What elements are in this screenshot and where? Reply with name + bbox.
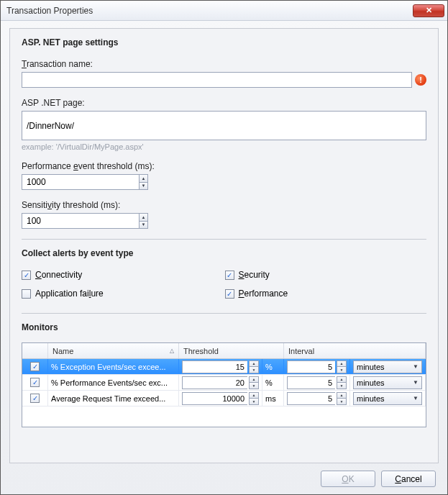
transaction-name-label: Transaction name:	[22, 59, 426, 69]
spin-up-icon[interactable]: ▲	[337, 393, 346, 399]
asp-page-example: example: '/VirtualDir/MyPage.aspx'	[22, 142, 426, 151]
chevron-down-icon: ▼	[413, 363, 419, 370]
ok-button[interactable]: OK	[321, 471, 375, 487]
monitors-header-row: Name △ Threshold Interval	[22, 343, 426, 359]
table-row[interactable]: % Exception Events/sec excee...15▲▼%5▲▼m…	[22, 359, 426, 375]
error-icon: !	[415, 74, 426, 86]
spin-up-icon[interactable]: ▲	[140, 214, 147, 221]
monitor-enable-checkbox[interactable]	[30, 362, 40, 371]
monitor-threshold-input[interactable]: 10000	[182, 392, 247, 405]
spin-up-icon[interactable]: ▲	[140, 175, 147, 182]
monitor-interval-cell: 5▲▼	[284, 375, 350, 390]
performance-label: Performance	[239, 289, 288, 299]
monitors-header-name[interactable]: Name △	[48, 343, 179, 358]
spin-down-icon[interactable]: ▼	[250, 382, 258, 389]
monitors-header-check[interactable]	[22, 343, 48, 358]
transaction-name-row: !	[22, 72, 426, 88]
close-button[interactable]: ✕	[413, 4, 444, 17]
monitors-header-interval[interactable]: Interval	[284, 343, 426, 358]
app-failure-label: Application failure	[35, 289, 104, 299]
monitor-threshold-spinner: ▲▼	[249, 360, 259, 373]
app-failure-checkbox[interactable]	[22, 289, 31, 299]
monitor-interval-spinner: ▲▼	[337, 360, 347, 373]
perf-threshold-spinner-buttons: ▲ ▼	[139, 174, 148, 190]
sens-threshold-label: Sensitivity threshold (ms):	[22, 200, 426, 210]
spin-up-icon[interactable]: ▲	[250, 393, 258, 399]
monitor-row-checkbox-cell	[22, 359, 48, 374]
divider	[22, 313, 426, 314]
section-collect-alerts: Collect alerts by event type	[22, 248, 426, 258]
monitor-interval-input[interactable]: 5	[287, 360, 335, 373]
monitor-interval-unit-cell: minutes▼	[350, 359, 426, 374]
spin-down-icon[interactable]: ▼	[250, 366, 258, 373]
monitor-interval-unit-combo[interactable]: minutes▼	[353, 376, 422, 389]
monitor-interval-cell: 5▲▼	[284, 359, 350, 374]
spin-up-icon[interactable]: ▲	[337, 361, 346, 367]
monitor-interval-unit-combo[interactable]: minutes▼	[353, 392, 422, 405]
monitor-interval-unit-combo[interactable]: minutes▼	[353, 360, 422, 373]
sort-asc-icon: △	[170, 348, 174, 354]
monitors-table: Name △ Threshold Interval % Exception Ev…	[22, 342, 426, 427]
monitor-interval-unit-cell: minutes▼	[350, 391, 426, 406]
monitor-enable-checkbox[interactable]	[30, 378, 40, 387]
monitor-threshold-unit: %	[262, 375, 284, 390]
chevron-down-icon: ▼	[413, 395, 419, 401]
asp-page-input[interactable]	[22, 111, 426, 140]
sens-threshold-spinner-buttons: ▲ ▼	[139, 213, 148, 229]
dialog-button-row: OK Cancel	[9, 463, 439, 487]
monitor-interval-input[interactable]: 5	[287, 392, 335, 405]
app-failure-checkbox-row: Application failure	[22, 289, 224, 299]
sens-threshold-input[interactable]	[22, 213, 139, 229]
cancel-button[interactable]: Cancel	[381, 471, 436, 487]
monitor-threshold-input[interactable]: 20	[182, 376, 247, 389]
monitor-row-checkbox-cell	[22, 375, 48, 390]
monitor-interval-spinner: ▲▼	[337, 392, 347, 405]
spin-up-icon[interactable]: ▲	[250, 377, 258, 383]
spin-down-icon[interactable]: ▼	[337, 398, 346, 404]
spin-down-icon[interactable]: ▼	[140, 182, 147, 190]
monitor-interval-input[interactable]: 5	[287, 376, 335, 389]
dialog-window: Transaction Properties ✕ ASP. NET page s…	[0, 0, 448, 495]
monitor-name-cell: Average Request Time exceed...	[48, 391, 179, 406]
spin-down-icon[interactable]: ▼	[337, 382, 346, 389]
dialog-body: ASP. NET page settings Transaction name:…	[1, 21, 447, 494]
spin-down-icon[interactable]: ▼	[250, 398, 258, 404]
monitor-enable-checkbox[interactable]	[30, 394, 40, 403]
main-panel: ASP. NET page settings Transaction name:…	[9, 28, 439, 463]
monitors-blank-area	[22, 407, 426, 427]
check-row-1: Connectivity Security	[22, 270, 426, 280]
monitors-header-threshold[interactable]: Threshold	[179, 343, 284, 358]
monitor-threshold-cell: 10000▲▼	[179, 391, 262, 406]
spin-down-icon[interactable]: ▼	[140, 221, 147, 229]
monitor-threshold-input[interactable]: 15	[182, 360, 247, 373]
transaction-name-input[interactable]	[22, 72, 412, 88]
asp-page-label: ASP .NET page:	[22, 98, 426, 108]
table-row[interactable]: Average Request Time exceed...10000▲▼ms5…	[22, 391, 426, 407]
security-label: Security	[239, 270, 270, 280]
connectivity-label: Connectivity	[35, 270, 82, 280]
section-monitors: Monitors	[22, 322, 426, 332]
security-checkbox[interactable]	[225, 271, 234, 280]
perf-threshold-label: Performance event threshold (ms):	[22, 161, 426, 171]
titlebar: Transaction Properties ✕	[1, 1, 447, 21]
monitor-name-cell: % Exception Events/sec excee...	[48, 359, 179, 374]
connectivity-checkbox[interactable]	[22, 271, 31, 280]
section-page-settings: ASP. NET page settings	[22, 37, 426, 47]
monitor-interval-unit-cell: minutes▼	[350, 375, 426, 390]
security-checkbox-row: Security	[225, 270, 427, 280]
spin-up-icon[interactable]: ▲	[337, 377, 346, 383]
monitor-interval-cell: 5▲▼	[284, 391, 350, 406]
table-row[interactable]: % Performance Events/sec exc...20▲▼%5▲▼m…	[22, 375, 426, 391]
perf-threshold-input[interactable]	[22, 174, 139, 190]
performance-checkbox[interactable]	[225, 289, 234, 299]
check-row-2: Application failure Performance	[22, 289, 426, 299]
monitor-name-cell: % Performance Events/sec exc...	[48, 375, 179, 390]
window-title: Transaction Properties	[6, 6, 413, 16]
spin-up-icon[interactable]: ▲	[250, 361, 258, 367]
sens-threshold-spinner: ▲ ▼	[22, 213, 148, 229]
performance-checkbox-row: Performance	[225, 289, 427, 299]
monitor-threshold-spinner: ▲▼	[249, 376, 259, 389]
monitor-threshold-unit: ms	[262, 391, 284, 406]
divider	[22, 239, 426, 240]
spin-down-icon[interactable]: ▼	[337, 366, 346, 373]
